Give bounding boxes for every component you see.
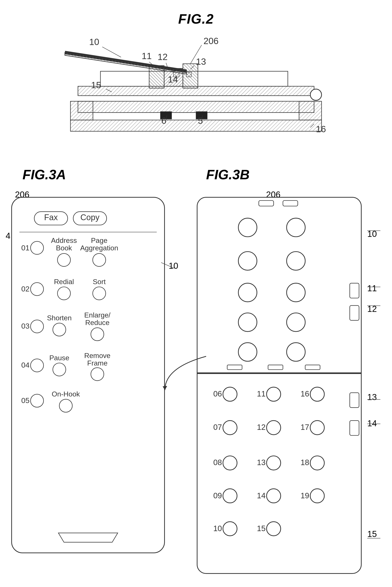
svg-text:19: 19 — [300, 491, 309, 500]
svg-point-69 — [91, 328, 104, 341]
svg-rect-86 — [283, 200, 298, 206]
svg-point-96 — [287, 343, 305, 361]
svg-rect-3 — [78, 101, 314, 113]
svg-text:13: 13 — [196, 57, 206, 67]
svg-text:16: 16 — [316, 124, 326, 134]
svg-text:06: 06 — [213, 389, 222, 398]
svg-text:13: 13 — [257, 458, 266, 467]
svg-text:12: 12 — [257, 423, 266, 432]
svg-text:Page: Page — [91, 236, 107, 244]
svg-text:02: 02 — [21, 285, 30, 293]
svg-text:Book: Book — [56, 244, 72, 252]
svg-rect-99 — [227, 365, 242, 370]
svg-rect-19 — [187, 72, 191, 77]
svg-text:18: 18 — [300, 458, 309, 467]
fig3b-panel-top — [197, 197, 362, 373]
svg-line-20 — [102, 47, 121, 57]
svg-text:05: 05 — [21, 396, 30, 405]
svg-point-60 — [58, 287, 70, 300]
svg-text:07: 07 — [213, 423, 222, 432]
svg-point-106 — [267, 387, 281, 401]
svg-point-50 — [30, 241, 44, 254]
svg-text:Shorten: Shorten — [47, 314, 72, 322]
svg-marker-81 — [58, 533, 118, 542]
svg-point-88 — [287, 218, 305, 237]
svg-rect-5 — [70, 101, 93, 120]
svg-rect-101 — [305, 365, 320, 370]
svg-rect-100 — [268, 365, 283, 370]
svg-text:01: 01 — [21, 244, 30, 252]
fig3a-ref-4: 4 — [6, 231, 10, 241]
svg-text:15: 15 — [257, 524, 266, 533]
svg-point-130 — [267, 522, 281, 536]
svg-text:08: 08 — [213, 458, 222, 467]
svg-text:On-Hook: On-Hook — [52, 390, 80, 398]
svg-point-91 — [238, 283, 257, 302]
svg-point-64 — [30, 320, 44, 333]
svg-point-114 — [310, 421, 324, 435]
svg-text:10: 10 — [89, 37, 99, 47]
svg-point-56 — [93, 253, 106, 266]
svg-text:6: 6 — [161, 116, 166, 126]
svg-rect-4 — [70, 120, 322, 131]
svg-text:Address: Address — [51, 236, 77, 244]
svg-text:Frame: Frame — [87, 359, 108, 367]
svg-text:5: 5 — [198, 116, 203, 126]
fig3a-title: FIG.3A — [22, 167, 66, 182]
svg-point-17 — [310, 89, 322, 100]
svg-point-80 — [60, 399, 72, 412]
svg-marker-16 — [65, 53, 187, 74]
svg-text:Sort: Sort — [93, 278, 106, 286]
svg-point-71 — [30, 359, 44, 372]
svg-text:14: 14 — [168, 75, 178, 84]
svg-text:206: 206 — [204, 36, 218, 46]
svg-rect-85 — [259, 200, 274, 206]
svg-point-78 — [30, 394, 44, 407]
svg-text:Pause: Pause — [49, 354, 69, 362]
svg-text:Enlarge/: Enlarge/ — [84, 311, 110, 319]
svg-point-104 — [223, 387, 237, 401]
svg-point-124 — [267, 489, 281, 503]
svg-text:11: 11 — [142, 51, 152, 61]
svg-point-87 — [238, 218, 257, 237]
svg-text:Copy: Copy — [80, 213, 100, 222]
svg-point-112 — [267, 421, 281, 435]
svg-text:10: 10 — [213, 524, 222, 533]
svg-point-95 — [238, 343, 257, 361]
svg-line-82 — [161, 262, 174, 268]
fig2-diagram: 10 206 11 12 14 13 15 6 5 — [56, 28, 336, 144]
svg-point-53 — [58, 253, 70, 266]
svg-point-76 — [91, 368, 104, 381]
svg-text:09: 09 — [213, 491, 222, 500]
svg-text:14: 14 — [257, 491, 266, 500]
svg-text:11: 11 — [257, 389, 266, 398]
svg-point-116 — [223, 456, 237, 470]
page: FIG.2 — [0, 0, 392, 587]
svg-point-66 — [53, 323, 66, 336]
svg-point-73 — [53, 363, 66, 376]
svg-text:Reduce: Reduce — [85, 319, 110, 327]
svg-point-126 — [310, 489, 324, 503]
svg-text:17: 17 — [300, 423, 309, 432]
svg-point-62 — [93, 287, 106, 300]
svg-text:Fax: Fax — [44, 213, 58, 222]
svg-text:Aggregation: Aggregation — [80, 244, 118, 252]
fig2-title: FIG.2 — [178, 11, 214, 27]
svg-point-93 — [238, 313, 257, 332]
svg-point-122 — [223, 489, 237, 503]
svg-point-94 — [287, 313, 305, 332]
svg-point-92 — [287, 283, 305, 302]
svg-text:Redial: Redial — [54, 278, 74, 286]
svg-text:03: 03 — [21, 322, 30, 330]
fig3b-title: FIG.3B — [206, 167, 250, 182]
svg-text:15: 15 — [91, 80, 101, 90]
svg-marker-102 — [163, 386, 167, 390]
svg-point-120 — [310, 456, 324, 470]
svg-text:12: 12 — [158, 52, 168, 62]
svg-point-89 — [238, 252, 257, 270]
svg-text:16: 16 — [300, 389, 309, 398]
svg-point-90 — [287, 252, 305, 270]
svg-point-118 — [267, 456, 281, 470]
svg-point-110 — [223, 421, 237, 435]
svg-point-128 — [223, 522, 237, 536]
